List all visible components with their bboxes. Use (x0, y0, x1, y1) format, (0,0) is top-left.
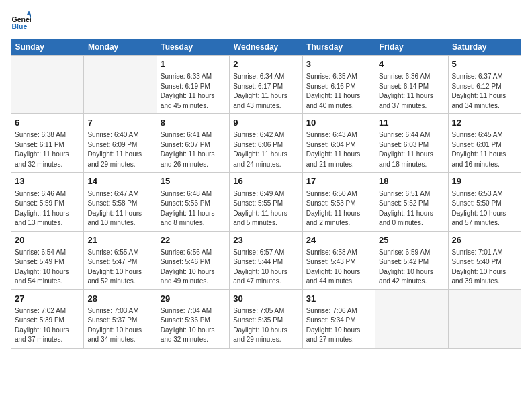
calendar-cell: 16Sunrise: 6:49 AM Sunset: 5:55 PM Dayli… (230, 173, 302, 231)
day-info: Sunrise: 6:54 AM Sunset: 5:49 PM Dayligh… (15, 248, 80, 287)
calendar-cell (375, 289, 448, 348)
page-header: General Blue (11, 11, 521, 31)
calendar-cell: 14Sunrise: 6:47 AM Sunset: 5:58 PM Dayli… (84, 173, 157, 231)
calendar-cell: 12Sunrise: 6:45 AM Sunset: 6:01 PM Dayli… (448, 114, 521, 173)
svg-marker-2 (27, 11, 31, 15)
calendar-header-row: SundayMondayTuesdayWednesdayThursdayFrid… (11, 39, 521, 56)
day-info: Sunrise: 6:45 AM Sunset: 6:01 PM Dayligh… (452, 130, 517, 169)
weekday-header-thursday: Thursday (302, 39, 375, 56)
day-info: Sunrise: 6:37 AM Sunset: 6:12 PM Dayligh… (452, 72, 517, 111)
day-number: 11 (379, 117, 444, 129)
day-info: Sunrise: 7:01 AM Sunset: 5:40 PM Dayligh… (452, 248, 517, 287)
weekday-header-tuesday: Tuesday (157, 39, 229, 56)
day-number: 25 (379, 234, 444, 246)
day-number: 8 (161, 117, 226, 129)
day-info: Sunrise: 6:53 AM Sunset: 5:50 PM Dayligh… (452, 189, 517, 228)
calendar-cell: 6Sunrise: 6:38 AM Sunset: 6:11 PM Daylig… (11, 114, 84, 173)
day-number: 17 (306, 175, 371, 187)
day-number: 12 (452, 117, 517, 129)
calendar-cell: 9Sunrise: 6:42 AM Sunset: 6:06 PM Daylig… (230, 114, 302, 173)
day-number: 2 (233, 58, 298, 71)
calendar-cell: 10Sunrise: 6:43 AM Sunset: 6:04 PM Dayli… (302, 114, 375, 173)
day-number: 4 (379, 58, 444, 71)
calendar-week-row: 13Sunrise: 6:46 AM Sunset: 5:59 PM Dayli… (11, 173, 521, 231)
calendar-cell: 29Sunrise: 7:04 AM Sunset: 5:36 PM Dayli… (157, 289, 229, 348)
day-number: 20 (15, 234, 80, 246)
day-info: Sunrise: 6:34 AM Sunset: 6:17 PM Dayligh… (233, 72, 298, 111)
day-info: Sunrise: 6:48 AM Sunset: 5:56 PM Dayligh… (161, 189, 226, 228)
weekday-header-saturday: Saturday (448, 39, 521, 56)
day-number: 1 (161, 58, 226, 71)
day-number: 23 (233, 234, 298, 246)
day-number: 13 (15, 175, 80, 187)
day-info: Sunrise: 6:38 AM Sunset: 6:11 PM Dayligh… (15, 130, 80, 169)
day-info: Sunrise: 6:40 AM Sunset: 6:09 PM Dayligh… (87, 130, 152, 169)
weekday-header-sunday: Sunday (11, 39, 84, 56)
day-info: Sunrise: 6:55 AM Sunset: 5:47 PM Dayligh… (87, 248, 152, 287)
calendar-cell: 24Sunrise: 6:58 AM Sunset: 5:43 PM Dayli… (302, 231, 375, 289)
svg-text:Blue: Blue (12, 22, 28, 30)
day-info: Sunrise: 6:50 AM Sunset: 5:53 PM Dayligh… (306, 189, 371, 228)
day-number: 10 (306, 117, 371, 129)
calendar-cell: 2Sunrise: 6:34 AM Sunset: 6:17 PM Daylig… (230, 56, 302, 114)
day-info: Sunrise: 6:33 AM Sunset: 6:19 PM Dayligh… (161, 72, 226, 111)
day-number: 15 (161, 175, 226, 187)
day-number: 31 (306, 293, 371, 305)
day-info: Sunrise: 6:44 AM Sunset: 6:03 PM Dayligh… (379, 130, 444, 169)
calendar-cell: 8Sunrise: 6:41 AM Sunset: 6:07 PM Daylig… (157, 114, 229, 173)
day-info: Sunrise: 6:36 AM Sunset: 6:14 PM Dayligh… (379, 72, 444, 111)
weekday-header-friday: Friday (375, 39, 448, 56)
weekday-header-wednesday: Wednesday (230, 39, 302, 56)
day-info: Sunrise: 7:02 AM Sunset: 5:39 PM Dayligh… (15, 306, 80, 345)
day-number: 3 (306, 58, 371, 71)
day-number: 26 (452, 234, 517, 246)
day-number: 18 (379, 175, 444, 187)
logo: General Blue (11, 11, 34, 31)
calendar-cell (11, 56, 84, 114)
day-number: 29 (161, 293, 226, 305)
weekday-header-monday: Monday (84, 39, 157, 56)
day-number: 27 (15, 293, 80, 305)
calendar-cell: 19Sunrise: 6:53 AM Sunset: 5:50 PM Dayli… (448, 173, 521, 231)
calendar-cell: 7Sunrise: 6:40 AM Sunset: 6:09 PM Daylig… (84, 114, 157, 173)
day-info: Sunrise: 6:56 AM Sunset: 5:46 PM Dayligh… (161, 248, 226, 287)
day-info: Sunrise: 6:41 AM Sunset: 6:07 PM Dayligh… (161, 130, 226, 169)
day-number: 16 (233, 175, 298, 187)
day-number: 14 (87, 175, 152, 187)
day-number: 7 (87, 117, 152, 129)
day-number: 24 (306, 234, 371, 246)
logo-icon: General Blue (11, 11, 31, 31)
day-info: Sunrise: 6:46 AM Sunset: 5:59 PM Dayligh… (15, 189, 80, 228)
calendar-cell: 31Sunrise: 7:06 AM Sunset: 5:34 PM Dayli… (302, 289, 375, 348)
day-info: Sunrise: 6:43 AM Sunset: 6:04 PM Dayligh… (306, 130, 371, 169)
calendar-cell: 28Sunrise: 7:03 AM Sunset: 5:37 PM Dayli… (84, 289, 157, 348)
day-info: Sunrise: 7:05 AM Sunset: 5:35 PM Dayligh… (233, 306, 298, 345)
calendar-cell: 23Sunrise: 6:57 AM Sunset: 5:44 PM Dayli… (230, 231, 302, 289)
calendar-table: SundayMondayTuesdayWednesdayThursdayFrid… (11, 39, 521, 349)
calendar-cell: 20Sunrise: 6:54 AM Sunset: 5:49 PM Dayli… (11, 231, 84, 289)
calendar-week-row: 20Sunrise: 6:54 AM Sunset: 5:49 PM Dayli… (11, 231, 521, 289)
calendar-cell: 11Sunrise: 6:44 AM Sunset: 6:03 PM Dayli… (375, 114, 448, 173)
day-info: Sunrise: 7:03 AM Sunset: 5:37 PM Dayligh… (87, 306, 152, 345)
day-number: 28 (87, 293, 152, 305)
calendar-cell: 21Sunrise: 6:55 AM Sunset: 5:47 PM Dayli… (84, 231, 157, 289)
day-info: Sunrise: 6:57 AM Sunset: 5:44 PM Dayligh… (233, 248, 298, 287)
calendar-cell: 1Sunrise: 6:33 AM Sunset: 6:19 PM Daylig… (157, 56, 229, 114)
calendar-cell: 25Sunrise: 6:59 AM Sunset: 5:42 PM Dayli… (375, 231, 448, 289)
calendar-cell: 22Sunrise: 6:56 AM Sunset: 5:46 PM Dayli… (157, 231, 229, 289)
day-number: 22 (161, 234, 226, 246)
day-info: Sunrise: 6:59 AM Sunset: 5:42 PM Dayligh… (379, 248, 444, 287)
calendar-cell: 4Sunrise: 6:36 AM Sunset: 6:14 PM Daylig… (375, 56, 448, 114)
calendar-cell (448, 289, 521, 348)
calendar-cell: 15Sunrise: 6:48 AM Sunset: 5:56 PM Dayli… (157, 173, 229, 231)
calendar-cell (84, 56, 157, 114)
calendar-cell: 27Sunrise: 7:02 AM Sunset: 5:39 PM Dayli… (11, 289, 84, 348)
day-info: Sunrise: 6:42 AM Sunset: 6:06 PM Dayligh… (233, 130, 298, 169)
day-number: 21 (87, 234, 152, 246)
day-number: 9 (233, 117, 298, 129)
day-info: Sunrise: 7:06 AM Sunset: 5:34 PM Dayligh… (306, 306, 371, 345)
calendar-cell: 18Sunrise: 6:51 AM Sunset: 5:52 PM Dayli… (375, 173, 448, 231)
calendar-cell: 17Sunrise: 6:50 AM Sunset: 5:53 PM Dayli… (302, 173, 375, 231)
calendar-week-row: 27Sunrise: 7:02 AM Sunset: 5:39 PM Dayli… (11, 289, 521, 348)
day-number: 19 (452, 175, 517, 187)
